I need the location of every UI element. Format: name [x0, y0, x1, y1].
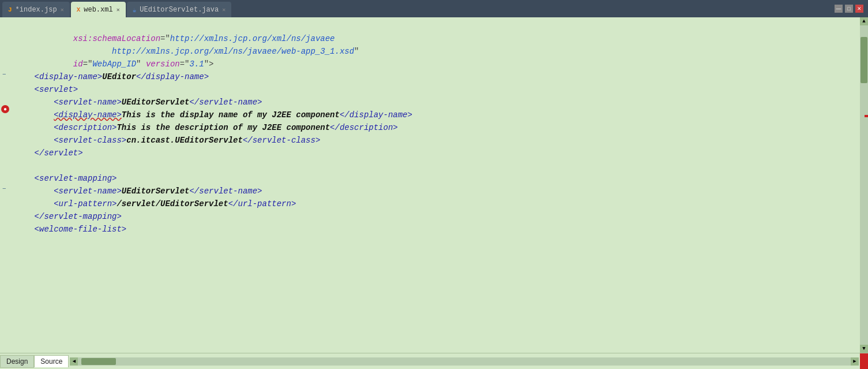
java-icon: ☕	[133, 6, 137, 14]
horizontal-scrollbar[interactable]: ◀ ▶	[70, 357, 859, 366]
h-scroll-thumb[interactable]	[81, 358, 116, 365]
tab-ueditor-java[interactable]: ☕ UEditorServlet.java ✕	[127, 2, 231, 18]
code-editor[interactable]: xsi:schemaLocation="http://xmlns.jcp.org…	[13, 17, 860, 353]
bottom-bar: Design Source ◀ ▶	[0, 353, 868, 369]
tab-label-index-jsp: *index.jsp	[16, 6, 57, 14]
minimize-button[interactable]: —	[835, 5, 843, 13]
scroll-up-button[interactable]: ▲	[860, 17, 868, 25]
close-button[interactable]: ✕	[855, 5, 863, 13]
close-icon-ueditor-java[interactable]: ✕	[222, 6, 226, 13]
source-tab-button[interactable]: Source	[34, 355, 69, 367]
h-scroll-left-arrow[interactable]: ◀	[70, 357, 78, 366]
app-window: J *index.jsp ✕ X web.xml ✕ ☕ UEditorServ…	[0, 0, 868, 369]
fold-marker-servlet-mapping[interactable]: −	[2, 182, 6, 195]
scrollbar-error-marker	[865, 115, 868, 117]
fold-marker-servlet[interactable]: −	[2, 68, 6, 81]
tab-web-xml[interactable]: X web.xml ✕	[71, 2, 126, 18]
close-icon-index-jsp[interactable]: ✕	[61, 6, 64, 13]
view-mode-tabs: Design Source	[0, 355, 69, 368]
window-controls: — □ ✕	[835, 5, 866, 13]
h-scroll-right-arrow[interactable]: ▶	[851, 357, 859, 366]
error-marker-line7: ●	[1, 105, 9, 113]
tab-label-ueditor-java: UEditorServlet.java	[140, 6, 219, 14]
tab-bar: J *index.jsp ✕ X web.xml ✕ ☕ UEditorServ…	[0, 0, 868, 17]
scroll-thumb[interactable]	[861, 37, 867, 83]
close-icon-web-xml[interactable]: ✕	[117, 6, 120, 13]
maximize-button[interactable]: □	[845, 5, 853, 13]
jsp-icon: J	[8, 6, 12, 13]
tab-index-jsp[interactable]: J *index.jsp ✕	[2, 2, 70, 18]
bottom-right-error-indicator	[860, 353, 868, 370]
design-tab-button[interactable]: Design	[0, 355, 34, 368]
xml-icon: X	[77, 6, 81, 13]
editor-area: − − ● xsi:schemaLocation="http://xmlns.j…	[0, 17, 868, 353]
tab-label-web-xml: web.xml	[84, 6, 112, 14]
scroll-down-button[interactable]: ▼	[860, 345, 868, 353]
scroll-track[interactable]	[860, 25, 868, 345]
code-gutter: − − ●	[0, 17, 13, 353]
vertical-scrollbar[interactable]: ▲ ▼	[860, 17, 868, 353]
